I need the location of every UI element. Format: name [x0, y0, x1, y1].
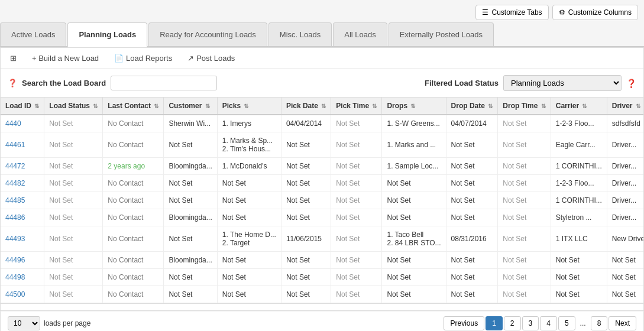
per-page-select[interactable]: 10 25 50: [8, 316, 40, 330]
load-id-cell[interactable]: 44461: [1, 132, 44, 158]
load-status-cell: Not Set: [44, 209, 103, 226]
pick-time-cell: Not Set: [331, 252, 382, 269]
col-header-drop-time[interactable]: Drop Time ⇅: [498, 98, 551, 115]
drop-time-cell: Not Set: [498, 158, 551, 175]
col-header-load-id[interactable]: Load ID ⇅: [1, 98, 44, 115]
col-header-pick-time[interactable]: Pick Time ⇅: [331, 98, 382, 115]
col-header-customer[interactable]: Customer ⇅: [164, 98, 217, 115]
pick-time-cell: Not Set: [331, 115, 382, 132]
customer-cell: Bloomingda...: [164, 158, 217, 175]
table-row: 44472Not Set2 years agoBloomingda...1. M…: [1, 158, 644, 175]
col-header-picks[interactable]: Picks ⇅: [217, 98, 281, 115]
col-header-carrier[interactable]: Carrier ⇅: [551, 98, 607, 115]
load-id-cell[interactable]: 4440: [1, 115, 44, 132]
drops-cell: 1. Taco Bell2. 84 LBR STO...: [382, 226, 446, 252]
carrier-cell: 1 CORINTHI...: [551, 192, 607, 209]
load-id-cell[interactable]: 44485: [1, 192, 44, 209]
horizontal-scrollbar[interactable]: [0, 304, 644, 311]
col-header-pick-date[interactable]: Pick Date ⇅: [281, 98, 331, 115]
last-contact-cell: No Contact: [103, 209, 164, 226]
customer-cell: Bloomingda...: [164, 252, 217, 269]
load-status-cell: Not Set: [44, 226, 103, 252]
carrier-cell: 1-2-3 Floo...: [551, 115, 607, 132]
pagination-page-2[interactable]: 2: [504, 316, 521, 330]
picks-cell: 1. Marks & Sp...2. Tim's Hous...: [217, 132, 281, 158]
sort-icon: ⇅: [244, 103, 248, 109]
driver-cell: Driver...: [607, 158, 644, 175]
pagination-page-8[interactable]: 8: [591, 316, 608, 330]
load-id-link[interactable]: 44472: [5, 162, 25, 170]
tab-planning-loads[interactable]: Planning Loads: [67, 22, 147, 47]
build-load-button[interactable]: + Build a New Load: [30, 53, 101, 64]
picks-cell: 1. McDonald's: [217, 158, 281, 175]
picks-cell: Not Set: [217, 209, 281, 226]
col-header-drops[interactable]: Drops ⇅: [382, 98, 446, 115]
pagination-prev-button[interactable]: Previous: [444, 316, 484, 330]
drop-time-cell: Not Set: [498, 192, 551, 209]
post-loads-button[interactable]: ↗ Post Loads: [185, 53, 237, 64]
load-id-link[interactable]: 44496: [5, 256, 25, 264]
drop-date-cell: Not Set: [446, 192, 498, 209]
load-id-cell[interactable]: 44500: [1, 286, 44, 303]
last-contact-cell: 2 years ago: [103, 158, 164, 175]
tab-ready-for-accounting[interactable]: Ready for Accounting Loads: [148, 22, 267, 46]
sort-icon: ⇅: [205, 103, 210, 109]
load-id-cell[interactable]: 44493: [1, 226, 44, 252]
filter-help-icon: ❓: [626, 79, 636, 88]
load-id-cell[interactable]: 44472: [1, 158, 44, 175]
load-id-link[interactable]: 44485: [5, 196, 25, 205]
drops-cell: 1. S-W Greens...: [382, 115, 446, 132]
pick-date-cell: Not Set: [281, 158, 331, 175]
load-id-cell[interactable]: 44486: [1, 209, 44, 226]
tab-active-loads[interactable]: Active Loads: [0, 22, 66, 46]
table-header: Load ID ⇅Load Status ⇅Last Contact ⇅Cust…: [1, 98, 644, 115]
table-row: 44485Not SetNo ContactNot SetNot SetNot …: [1, 192, 644, 209]
load-id-link[interactable]: 44482: [5, 179, 25, 187]
last-contact-cell: No Contact: [103, 132, 164, 158]
customize-tabs-button[interactable]: ☰ Customize Tabs: [475, 5, 548, 20]
load-id-link[interactable]: 44461: [5, 141, 25, 149]
carrier-cell: 1 CORINTHI...: [551, 158, 607, 175]
drop-date-cell: Not Set: [446, 175, 498, 192]
col-header-last-contact[interactable]: Last Contact ⇅: [103, 98, 164, 115]
drop-date-cell: Not Set: [446, 252, 498, 269]
load-status-cell: Not Set: [44, 286, 103, 303]
table-row: 4440Not SetNo ContactSherwin Wi...1. Ime…: [1, 115, 644, 132]
gear-icon: ⚙: [559, 8, 565, 17]
load-id-cell[interactable]: 44496: [1, 252, 44, 269]
filter-select[interactable]: Planning LoadsActive LoadsAll LoadsReady…: [503, 75, 622, 91]
last-contact-cell: No Contact: [103, 192, 164, 209]
load-id-link[interactable]: 44498: [5, 273, 25, 281]
load-status-cell: Not Set: [44, 252, 103, 269]
load-id-link[interactable]: 4440: [5, 119, 21, 128]
drops-cell: Not Set: [382, 192, 446, 209]
search-help-icon: ❓: [8, 79, 17, 87]
col-header-drop-date[interactable]: Drop Date ⇅: [446, 98, 498, 115]
pagination-next-button[interactable]: Next: [609, 316, 636, 330]
post-loads-label: Post Loads: [196, 54, 235, 63]
pagination-page-1[interactable]: 1: [486, 316, 503, 330]
load-id-cell[interactable]: 44482: [1, 175, 44, 192]
pagination-page-4[interactable]: 4: [540, 316, 557, 330]
drop-date-cell: Not Set: [446, 158, 498, 175]
tab-misc-loads[interactable]: Misc. Loads: [268, 22, 332, 46]
load-reports-button[interactable]: 📄 Load Reports: [112, 53, 174, 64]
load-id-link[interactable]: 44493: [5, 235, 25, 243]
grid-icon-btn[interactable]: ⊞: [8, 53, 19, 64]
pick-time-cell: Not Set: [331, 192, 382, 209]
tab-all-loads[interactable]: All Loads: [333, 22, 387, 46]
load-id-link[interactable]: 44500: [5, 290, 25, 298]
pagination-page-3[interactable]: 3: [522, 316, 539, 330]
pagination-page-5[interactable]: 5: [558, 316, 575, 330]
tab-externally-posted[interactable]: Externally Posted Loads: [389, 22, 494, 46]
picks-cell: Not Set: [217, 175, 281, 192]
driver-cell: Not Set: [607, 269, 644, 286]
search-input[interactable]: [111, 76, 217, 90]
col-header-driver[interactable]: Driver ⇅: [607, 98, 644, 115]
customize-columns-button[interactable]: ⚙ Customize Columns: [552, 5, 638, 20]
pick-date-cell: Not Set: [281, 286, 331, 303]
loads-table: Load ID ⇅Load Status ⇅Last Contact ⇅Cust…: [1, 98, 644, 303]
col-header-load-status[interactable]: Load Status ⇅: [44, 98, 103, 115]
load-id-cell[interactable]: 44498: [1, 269, 44, 286]
load-id-link[interactable]: 44486: [5, 213, 25, 222]
